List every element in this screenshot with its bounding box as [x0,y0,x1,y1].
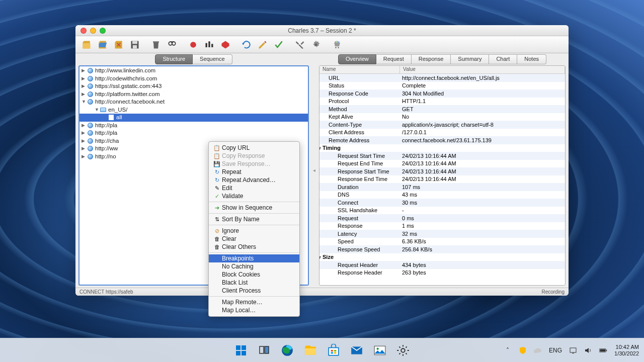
overview-row[interactable]: MethodGET [319,105,565,113]
cm-validate[interactable]: ✓Validate [209,192,299,200]
overview-row[interactable]: SSL Handshake- [319,207,565,215]
tab-summary[interactable]: Summary [451,54,489,64]
zoom-window-button[interactable] [100,28,106,34]
tray-network-icon[interactable] [569,346,577,354]
cm-repeat-advanced[interactable]: ↻Repeat Advanced… [209,176,299,184]
save-session-button[interactable] [128,38,142,51]
tree-host[interactable]: ▼http://connect.facebook.net [79,98,308,106]
overview-row[interactable]: Response Start Time24/02/13 10:16:44 AM [319,167,565,175]
tray-battery-icon[interactable] [599,346,607,354]
validate-button[interactable] [272,38,286,51]
overview-row[interactable]: Request0 ms [319,214,565,222]
record-button[interactable] [186,38,200,51]
tab-overview[interactable]: Overview [338,54,376,64]
overview-row[interactable]: Kept AliveNo [319,113,565,121]
task-view-button[interactable] [254,340,274,360]
minimize-window-button[interactable] [90,28,96,34]
tree-host[interactable]: ▶http://pla [79,122,308,130]
cm-client-process[interactable]: Client Process [209,287,299,295]
cm-block-cookies[interactable]: Block Cookies [209,270,299,279]
tray-volume-icon[interactable] [584,346,592,354]
tree-host[interactable]: ▶http://pla [79,129,308,137]
cm-breakpoints[interactable]: Breakpoints [209,254,299,262]
overview-row[interactable]: Latency32 ms [319,230,565,238]
overview-row[interactable]: ▼Size [319,253,565,261]
tree-host[interactable]: ▶http://platform.twitter.com [79,90,308,99]
overview-row[interactable]: Client Address/127.0.0.1 [319,129,565,137]
overview-row[interactable]: ProtocolHTTP/1.1 [319,98,565,106]
cm-no-caching[interactable]: No Caching [209,262,299,270]
tools-button[interactable] [293,38,307,51]
overview-row[interactable]: Response Code304 Not Modified [319,89,565,98]
cm-clear[interactable]: 🗑Clear [209,235,299,243]
close-window-button[interactable] [80,28,87,34]
overview-row[interactable]: Response End Time24/02/13 10:16:44 AM [319,175,565,184]
breakpoints-button[interactable] [218,38,232,51]
edge-button[interactable] [277,340,297,360]
cm-copy-url[interactable]: 📋Copy URL [209,144,299,152]
throttle-button[interactable] [202,38,216,51]
cm-edit[interactable]: ✎Edit [209,184,299,192]
tree-host[interactable]: ▶http://codewithchris.com [79,75,308,83]
new-session-button[interactable] [79,38,94,51]
file-explorer-button[interactable] [300,340,320,360]
cm-black-list[interactable]: Black List [209,279,299,287]
tray-clock[interactable]: 10:42 AM 1/30/2022 [614,344,639,357]
overview-row[interactable]: Speed6.36 KB/s [319,238,565,246]
tree-host[interactable]: ▶https://ssl.gstatic.com:443 [79,82,308,90]
overview-row[interactable]: URLhttp://connect.facebook.net/en_US/all… [319,74,565,82]
overview-row[interactable]: Connect30 ms [319,199,565,207]
overview-row[interactable]: Content-Typeapplication/x-javascript; ch… [319,121,565,129]
cm-ignore[interactable]: ⊘Ignore [209,227,299,235]
tree-host[interactable]: ▶http://www.linkedin.com [79,67,308,75]
cm-repeat[interactable]: ↻Repeat [209,168,299,176]
cm-show-in-sequence[interactable]: ➔Show in Sequence [209,204,299,212]
overview-row[interactable]: ▼Timing [319,144,565,152]
titlebar[interactable]: Charles 3.7 – Session 2 * [75,25,569,36]
tab-sequence[interactable]: Sequence [193,54,232,64]
cm-map-remote[interactable]: Map Remote… [209,298,299,306]
close-session-button[interactable] [112,38,126,51]
settings-button[interactable] [393,340,413,360]
cm-map-local[interactable]: Map Local… [209,306,299,314]
repeat-button[interactable] [239,38,254,51]
overview-row[interactable]: DNS43 ms [319,191,565,199]
overview-row[interactable]: Response Speed256.84 KB/s [319,245,565,253]
store-button[interactable] [324,340,344,360]
svg-point-6 [190,42,196,48]
open-session-button[interactable] [96,38,110,51]
mail-button[interactable] [347,340,367,360]
overview-row[interactable]: Response Header263 bytes [319,269,565,277]
pane-divider[interactable]: ◂ [311,54,317,286]
overview-row[interactable]: Request Start Time24/02/13 10:16:44 AM [319,152,565,160]
tab-response[interactable]: Response [412,54,451,64]
tray-language[interactable]: ENG [549,347,562,354]
tree-folder[interactable]: ▼en_US/ [79,106,308,114]
overview-table[interactable]: URLhttp://connect.facebook.net/en_US/all… [319,74,565,277]
tab-notes[interactable]: Notes [517,54,546,64]
cm-clear-others[interactable]: 🗑Clear Others [209,243,299,251]
purchase-button[interactable] [330,38,344,51]
tray-onedrive-icon[interactable] [534,346,542,354]
column-name[interactable]: Name [319,66,400,73]
photos-button[interactable] [370,340,390,360]
settings-button[interactable] [309,38,323,51]
overview-row[interactable]: Duration107 ms [319,183,565,191]
overview-row[interactable]: StatusComplete [319,82,565,90]
cm-sort-by-name[interactable]: ⇅Sort By Name [209,215,299,223]
find-button[interactable] [165,38,179,51]
overview-row[interactable]: Request End Time24/02/13 10:16:44 AM [319,160,565,168]
tray-security-icon[interactable] [519,346,527,354]
tray-chevron-icon[interactable]: ˄ [504,346,512,354]
overview-row[interactable]: Remote Addressconnect.facebook.net/23.61… [319,136,565,144]
tab-chart[interactable]: Chart [489,54,517,64]
column-value[interactable]: Value [400,66,565,73]
start-button[interactable] [231,340,251,360]
tree-file-selected[interactable]: all [79,114,308,122]
tab-structure[interactable]: Structure [155,54,193,64]
overview-row[interactable]: Request Header434 bytes [319,261,565,269]
tab-request[interactable]: Request [376,54,412,64]
overview-row[interactable]: Response1 ms [319,222,565,230]
clear-session-button[interactable] [149,38,163,51]
edit-button[interactable] [256,38,270,51]
